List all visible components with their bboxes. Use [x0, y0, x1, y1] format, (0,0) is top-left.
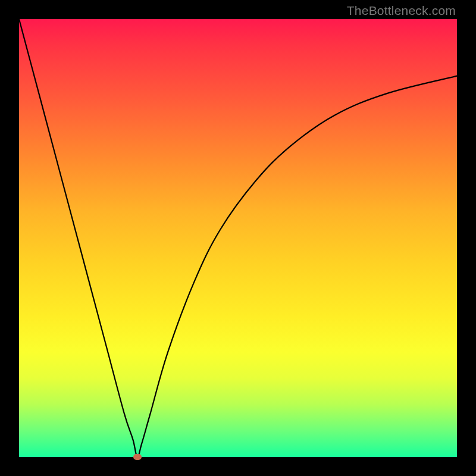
watermark-text: TheBottleneck.com [347, 4, 456, 18]
chart-frame: TheBottleneck.com [0, 0, 476, 476]
bottleneck-curve [19, 19, 457, 457]
optimal-point-marker [133, 454, 142, 460]
chart-plot-area [19, 19, 457, 457]
